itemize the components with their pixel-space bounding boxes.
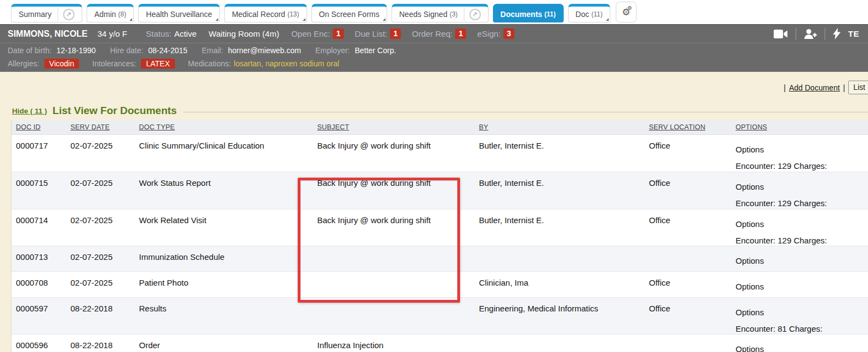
serv-location-cell: Office: [645, 271, 731, 297]
list-button[interactable]: List: [848, 81, 868, 94]
documents-table: DOC ID SERV DATE DOC TYPE SUBJECT BY SER…: [11, 120, 868, 352]
encounter-info[interactable]: Encounter: 129 Charges:: [736, 198, 865, 208]
hide-link[interactable]: Hide ( 11 ): [12, 107, 47, 115]
patient-demographics-row: Date of birth: 12-18-1990 Hire date: 08-…: [0, 43, 868, 58]
add-person-icon[interactable]: [804, 29, 817, 39]
table-row[interactable]: 0000708 02-07-2025 Patient Photo Clinici…: [12, 271, 868, 297]
subject-cell: [313, 271, 475, 297]
video-camera-icon[interactable]: [774, 29, 788, 39]
serv-date-cell: 02-07-2025: [66, 246, 135, 271]
esign-badge[interactable]: 3: [503, 29, 514, 39]
encounter-info[interactable]: Encounter: 129 Charges:: [736, 161, 865, 171]
serv-date-cell: 02-07-2025: [66, 209, 135, 246]
doc-id-cell: 0000713: [12, 246, 66, 271]
email-value: horner@mieweb.com: [228, 46, 301, 55]
due-list-counter[interactable]: Due List: 1: [355, 29, 401, 39]
esign-label: eSign:: [477, 29, 501, 38]
doc-type-cell: Order: [135, 334, 313, 352]
serv-location-cell: [645, 246, 731, 271]
tab-summary-label: Summary: [19, 10, 52, 19]
open-enc-badge[interactable]: 1: [333, 29, 344, 39]
tab-health-surveillance[interactable]: Health Surveillance: [138, 4, 220, 22]
tab-doc[interactable]: Doc (11): [568, 4, 610, 22]
popout-icon[interactable]: ↗: [469, 9, 481, 20]
order-req-label: Order Req:: [412, 29, 452, 38]
options-cell: Options Encounter: 129 Charges:: [731, 134, 868, 172]
order-req-counter[interactable]: Order Req: 1: [412, 29, 466, 39]
table-row[interactable]: 0000596 08-22-2018 Order Influenza Injec…: [12, 334, 868, 352]
dob-label: Date of birth:: [8, 46, 52, 55]
tab-divider: [464, 8, 464, 21]
open-enc-counter[interactable]: Open Enc: 1: [291, 29, 344, 39]
serv-location-cell: Office: [645, 297, 731, 334]
doc-id-cell: 0000708: [12, 271, 66, 297]
tab-on-screen-forms[interactable]: On Screen Forms: [311, 4, 387, 22]
tab-medical-record[interactable]: Medical Record (13): [224, 4, 307, 22]
tab-doc-count: (11): [591, 10, 602, 18]
esign-counter[interactable]: eSign: 3: [477, 29, 514, 39]
sort-serv-date[interactable]: SERV DATE: [71, 123, 110, 131]
options-link[interactable]: Options: [736, 344, 865, 352]
add-document-link[interactable]: Add Document: [789, 83, 840, 92]
settings-button[interactable]: ⚙ ⚙: [616, 2, 637, 22]
tab-documents[interactable]: Documents (11): [493, 4, 564, 22]
table-row[interactable]: 0000715 02-07-2025 Work Status Report Ba…: [12, 172, 868, 209]
email-pair: Email: horner@mieweb.com: [202, 46, 301, 55]
medications-links[interactable]: losartan, naproxen sodium oral: [234, 59, 339, 68]
doc-id-cell: 0000596: [12, 334, 66, 352]
doc-type-cell: Clinic Summary/Clinical Education: [135, 134, 313, 172]
medications-label: Medications:: [188, 59, 231, 68]
tab-needs-signed[interactable]: Needs Signed (3) ↗: [392, 4, 489, 22]
encounter-info[interactable]: Encounter: 129 Charges:: [736, 236, 865, 245]
dropdown-corner-icon: [383, 18, 385, 21]
options-cell: Options Encounter: 129 Charges:: [731, 209, 868, 246]
options-link[interactable]: Options: [736, 256, 865, 265]
tab-summary[interactable]: Summary ↗: [11, 4, 82, 22]
allergies-label: Allergies:: [8, 59, 39, 68]
subject-cell: Back Injury @ work during shift: [313, 209, 475, 246]
sort-serv-location[interactable]: SERV LOCATION: [649, 123, 706, 131]
options-link[interactable]: Options: [736, 182, 865, 191]
serv-date-cell: 02-07-2025: [66, 172, 135, 209]
allergy-badge[interactable]: Vicodin: [44, 59, 80, 69]
intolerances-label: Intolerances:: [92, 59, 136, 68]
sort-doc-id[interactable]: DOC ID: [16, 123, 41, 131]
serv-location-cell: [645, 334, 731, 352]
tab-on-screen-forms-label: On Screen Forms: [319, 10, 379, 19]
options-link[interactable]: Options: [736, 145, 865, 154]
patient-status-row: SIMMONS, NICOLE 34 y/o F Status: Active …: [0, 25, 868, 43]
dropdown-corner-icon: [303, 18, 305, 21]
sort-by[interactable]: BY: [479, 123, 489, 131]
table-row[interactable]: 0000597 08-22-2018 Results Engineering, …: [12, 297, 868, 334]
encounter-info[interactable]: Encounter: 81 Charges:: [736, 324, 865, 333]
tab-admin[interactable]: Admin (8): [87, 4, 134, 22]
popout-icon[interactable]: ↗: [63, 9, 75, 20]
table-row[interactable]: 0000713 02-07-2025 Immunization Schedule…: [12, 246, 868, 271]
doc-id-cell: 0000597: [12, 297, 66, 334]
sort-doc-type[interactable]: DOC TYPE: [139, 123, 175, 131]
tab-needs-signed-label: Needs Signed: [399, 10, 447, 19]
tab-needs-signed-count: (3): [450, 10, 458, 18]
options-link[interactable]: Options: [736, 219, 865, 229]
options-cell: Options: [731, 334, 868, 352]
options-link[interactable]: Options: [736, 282, 865, 291]
options-link[interactable]: Options: [736, 308, 865, 317]
table-row[interactable]: 0000717 02-07-2025 Clinic Summary/Clinic…: [12, 134, 868, 172]
tab-medical-record-label: Medical Record: [232, 10, 285, 19]
tab-bar: Summary ↗ Admin (8) Health Surveillance …: [0, 0, 868, 24]
tab-health-surveillance-label: Health Surveillance: [146, 10, 212, 19]
dropdown-corner-icon: [129, 18, 132, 21]
section-divider: [183, 112, 868, 112]
patient-name[interactable]: SIMMONS, NICOLE: [8, 29, 88, 39]
table-row[interactable]: 0000714 02-07-2025 Work Related Visit Ba…: [12, 209, 868, 246]
sort-options[interactable]: OPTIONS: [736, 123, 768, 131]
documents-table-wrap: DOC ID SERV DATE DOC TYPE SUBJECT BY SER…: [11, 120, 868, 352]
doc-id-cell: 0000715: [12, 172, 66, 209]
by-cell: Butler, Internist E.: [475, 209, 645, 246]
due-list-label: Due List:: [355, 29, 387, 38]
lightning-bolt-icon[interactable]: [833, 28, 841, 39]
order-req-badge[interactable]: 1: [455, 29, 466, 39]
intolerance-badge[interactable]: LATEX: [141, 59, 174, 69]
sort-subject[interactable]: SUBJECT: [317, 123, 349, 131]
due-list-badge[interactable]: 1: [390, 29, 401, 39]
